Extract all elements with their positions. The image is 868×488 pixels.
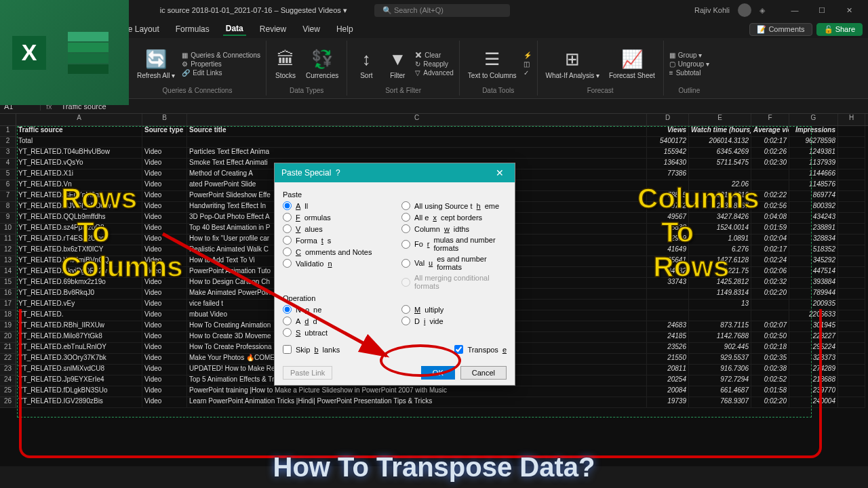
radio-validation[interactable]: Validation (283, 258, 388, 269)
group-label: Queries & Connections (134, 85, 260, 94)
dialog-help-icon[interactable]: ? (331, 168, 344, 178)
col-G[interactable]: G (789, 114, 838, 125)
ungroup-button[interactable]: ▢ Ungroup ▾ (669, 60, 709, 68)
refresh-all-button[interactable]: 🔄Refresh All ▾ (134, 47, 178, 81)
radio-merge-conditional: All merging conditional formats (401, 272, 507, 291)
col-F[interactable]: F (751, 114, 789, 125)
radio-divide[interactable]: Divide (401, 315, 507, 327)
table-row[interactable]: 26 YT_RELATED.IGV2890zBisVideoLearn Powe… (0, 397, 868, 408)
sort-button[interactable]: ↕Sort (353, 47, 380, 81)
overlay-columns-to-rows: Columns To Rows (637, 182, 760, 284)
group-label: Data Tools (465, 85, 532, 94)
maximize-button[interactable]: ☐ (808, 1, 835, 20)
radio-source-theme[interactable]: All using Source theme (401, 200, 507, 211)
subtotal-button[interactable]: ≡ Subtotal (669, 69, 709, 77)
forecast-sheet-button[interactable]: 📈Forecast Sheet (606, 47, 658, 81)
check-transpose[interactable]: Transpose (454, 344, 507, 355)
col-H[interactable]: H (838, 114, 865, 125)
paste-link-button: Paste Link (283, 366, 332, 380)
menu-data[interactable]: Data (223, 22, 246, 36)
video-caption: How To Transpose Data? (0, 452, 868, 483)
dialog-titlebar[interactable]: Paste Special ? ✕ (275, 163, 515, 182)
table-row[interactable]: 25 YT_RELATED.fDLgkBN3SUoVideoPowerPoint… (0, 386, 868, 397)
overlay-rows-to-columns: Rows ToColumns (61, 182, 183, 284)
group-label: Forecast (543, 85, 658, 94)
document-title[interactable]: ic source 2018-01-01_2021-07-16 – Sugges… (160, 6, 347, 15)
whatif-button[interactable]: ⊞What-If Analysis ▾ (543, 47, 602, 81)
formula-bar: A1 fx Traffic source (0, 99, 868, 114)
ok-button[interactable]: OK (421, 366, 455, 380)
ribbon: Get Sources Existing Connections 🔄Refres… (0, 38, 868, 99)
minimize-button[interactable]: — (781, 1, 808, 20)
radio-except-borders[interactable]: All except borders (401, 211, 507, 223)
paste-group-label: Paste (283, 190, 507, 199)
radio-none[interactable]: None (283, 304, 388, 315)
radio-multiply[interactable]: Multiply (401, 304, 507, 315)
queries-connections-button[interactable]: ▦ Queries & Connections (182, 52, 260, 59)
paste-special-dialog: Paste Special ? ✕ Paste All Formulas Val… (274, 163, 515, 386)
cancel-button[interactable]: Cancel (460, 366, 507, 380)
clear-button[interactable]: 🗙 Clear (415, 52, 453, 59)
radio-formulas[interactable]: Formulas (283, 211, 388, 223)
radio-add[interactable]: Add (283, 315, 388, 327)
radio-formulas-formats[interactable]: Formulas and number formats (401, 235, 507, 253)
menu-help[interactable]: Help (334, 23, 356, 35)
col-E[interactable]: E (689, 114, 751, 125)
group-button[interactable]: ▦ Group ▾ (669, 52, 709, 59)
comments-button[interactable]: 📝 Comments (749, 23, 812, 36)
table-row[interactable]: 3 YT_RELATED.T04uBHvUBowVideoParticles T… (0, 148, 868, 159)
group-label: Sort & Filter (353, 85, 453, 94)
column-headers: A B C D E F G H (0, 114, 868, 126)
properties-button[interactable]: ⚙ Properties (182, 60, 260, 68)
col-C[interactable]: C (187, 114, 647, 125)
table-row[interactable]: 2 Total 5400172206014.3132 0:02:17962785… (0, 137, 868, 148)
reapply-button[interactable]: ↻ Reapply (415, 60, 453, 68)
dialog-close-icon[interactable]: ✕ (492, 167, 508, 178)
stocks-button[interactable]: 🏛Stocks (272, 47, 299, 81)
group-label: Data Types (272, 85, 341, 94)
remove-dup-icon[interactable]: ◫ (524, 60, 532, 68)
radio-values-formats[interactable]: Values and number formats (401, 253, 507, 272)
user-avatar-icon[interactable] (738, 3, 751, 17)
menu-view[interactable]: View (300, 23, 323, 35)
flash-fill-icon[interactable]: ⚡ (524, 52, 532, 59)
window-titlebar: AutoSave ic source 2018-01-01_2021-07-16… (0, 0, 868, 20)
radio-all[interactable]: All (283, 200, 388, 211)
advanced-button[interactable]: ▽ Advanced (415, 69, 453, 77)
operation-group-label: Operation (283, 294, 507, 302)
currencies-button[interactable]: 💱Currencies (303, 47, 341, 81)
close-button[interactable]: ✕ (835, 1, 863, 20)
col-A[interactable]: A (16, 114, 142, 125)
group-label: Outline (669, 85, 709, 94)
search-input[interactable]: 🔍 Search (Alt+Q) (374, 4, 510, 17)
menu-formulas[interactable]: Formulas (173, 23, 212, 35)
user-name[interactable]: Rajiv Kohli (694, 6, 730, 14)
check-skip-blanks[interactable]: Skip blanks (283, 344, 340, 355)
menu-review[interactable]: Review (257, 23, 289, 35)
radio-values[interactable]: Values (283, 223, 388, 235)
col-D[interactable]: D (647, 114, 689, 125)
filter-button[interactable]: ▼Filter (384, 47, 411, 81)
share-button[interactable]: 🔓 Share (816, 23, 863, 36)
dialog-title: Paste Special (281, 168, 331, 178)
data-validation-icon[interactable]: ✓ (524, 69, 532, 77)
radio-col-widths[interactable]: Column widths (401, 223, 507, 235)
edit-links-button[interactable]: 🔗 Edit Links (182, 69, 260, 77)
radio-comments[interactable]: Comments and Notes (283, 246, 388, 258)
excel-logo-overlay: X (0, 0, 129, 105)
radio-formats[interactable]: Formats (283, 235, 388, 246)
menu-bar: File Home Insert Page Layout Formulas Da… (0, 20, 868, 38)
col-B[interactable]: B (142, 114, 187, 125)
text-to-columns-button[interactable]: ☰Text to Columns (465, 47, 519, 81)
radio-subtract[interactable]: Subtract (283, 327, 388, 338)
diamond-icon[interactable]: ◈ (760, 6, 765, 15)
